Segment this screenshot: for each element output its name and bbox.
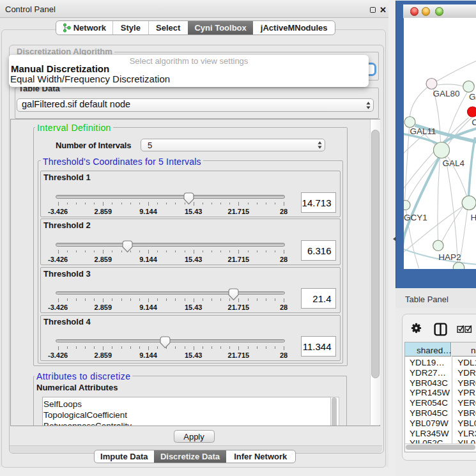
svg-text:GAL4: GAL4 <box>442 158 464 168</box>
svg-text:CA: CA <box>472 118 476 127</box>
svg-text:GA: GA <box>469 92 476 102</box>
svg-text:GAL11: GAL11 <box>410 127 436 136</box>
svg-text:GCY1: GCY1 <box>404 213 427 222</box>
svg-text:H: H <box>470 213 476 222</box>
svg-text:GAL80: GAL80 <box>433 89 459 98</box>
svg-text:HAP2: HAP2 <box>438 252 461 262</box>
